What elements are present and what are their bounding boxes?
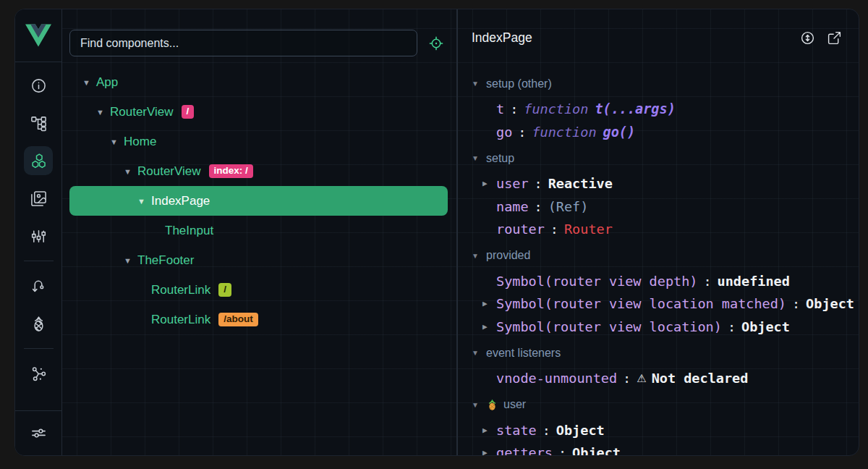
- tree-node-label: Home: [124, 135, 156, 149]
- tree-node-routerview[interactable]: ▼ RouterView /: [69, 97, 448, 127]
- sidebar-divider: [24, 348, 54, 349]
- tree-node-label: RouterLink: [151, 313, 210, 327]
- tree-node-routerview-nested[interactable]: ▼ RouterView index: /: [69, 156, 448, 186]
- section-header[interactable]: ▼ setup (other): [470, 72, 859, 96]
- search-row: [62, 9, 456, 62]
- caret-down-icon[interactable]: ▼: [470, 252, 480, 260]
- colon: :: [518, 124, 526, 140]
- caret-down-icon[interactable]: ▼: [470, 80, 480, 88]
- sidebar-item-info[interactable]: [24, 71, 53, 100]
- tree-node-label: App: [96, 75, 118, 90]
- scroll-to-component-icon: [800, 30, 815, 46]
- caret-down-icon[interactable]: ▼: [123, 256, 132, 265]
- state-key: go: [496, 124, 512, 140]
- inspect-target-button[interactable]: [427, 34, 446, 53]
- tree-node-home[interactable]: ▼ Home: [69, 127, 448, 156]
- state-value: undefined: [718, 274, 790, 289]
- state-key: Symbol(router view depth): [496, 274, 697, 289]
- state-value-signature: go(): [603, 124, 636, 140]
- state-row[interactable]: ▶ state : Object: [470, 419, 859, 442]
- state-row[interactable]: router : Router: [470, 218, 859, 241]
- scroll-to-component-button[interactable]: [797, 28, 817, 48]
- tree-node-label: RouterView: [110, 105, 174, 119]
- vue-logo-icon: [25, 24, 51, 47]
- vue-logo: [15, 9, 61, 62]
- state-row[interactable]: ▶ Symbol(router view location) : Object: [470, 316, 859, 339]
- colon: :: [542, 423, 550, 438]
- open-in-editor-icon: [827, 30, 842, 46]
- inspector-panel: IndexPage ▼ setup (other): [458, 9, 859, 455]
- tree-node-label: IndexPage: [151, 194, 210, 208]
- sidebar-divider: [24, 261, 54, 261]
- sidebar-item-router[interactable]: [24, 271, 53, 300]
- state-key: state: [496, 423, 537, 438]
- pinia-pineapple-icon: [30, 316, 47, 332]
- tree-node-app[interactable]: ▼ App: [69, 67, 448, 97]
- caret-down-icon[interactable]: ▼: [82, 78, 91, 87]
- sidebar-item-pinia[interactable]: [24, 309, 53, 338]
- caret-right-icon[interactable]: ▶: [482, 179, 496, 188]
- colon: :: [535, 199, 542, 214]
- section-header-label: provided: [486, 249, 530, 262]
- caret-right-icon[interactable]: ▶: [482, 426, 496, 435]
- state-value: Not declared: [652, 371, 749, 386]
- state-row[interactable]: go : function go(): [470, 121, 859, 144]
- caret-down-icon[interactable]: ▼: [95, 108, 105, 117]
- section-header[interactable]: ▼ provided: [470, 244, 859, 268]
- caret-down-icon[interactable]: ▼: [123, 167, 132, 176]
- pages-tree-icon: [30, 115, 47, 132]
- tree-node-theinput[interactable]: TheInput: [69, 216, 448, 245]
- state-row[interactable]: t : function t(...args): [470, 98, 859, 121]
- section-header[interactable]: ▼ user: [470, 393, 859, 417]
- caret-down-icon[interactable]: ▼: [109, 138, 119, 146]
- state-row[interactable]: Symbol(router view depth) : undefined: [470, 270, 859, 293]
- state-value: Object: [806, 296, 854, 311]
- sidebar-item-settings[interactable]: [15, 410, 61, 455]
- state-key: vnode-unmounted: [496, 371, 617, 386]
- state-row[interactable]: ▶ Symbol(router view location matched) :…: [470, 292, 859, 316]
- state-value: Object: [572, 445, 621, 455]
- info-icon: [30, 77, 47, 94]
- colon: :: [728, 319, 736, 334]
- search-input[interactable]: [69, 30, 417, 56]
- state-row[interactable]: ▶ user : Reactive: [470, 172, 859, 195]
- colon: :: [703, 274, 711, 289]
- sidebar-item-timeline[interactable]: [24, 221, 53, 250]
- section-header-label: setup (other): [486, 77, 552, 90]
- caret-right-icon[interactable]: ▶: [482, 299, 496, 308]
- state-key: user: [496, 176, 529, 191]
- timeline-sliders-icon: [30, 228, 47, 245]
- caret-right-icon[interactable]: ▶: [482, 322, 496, 331]
- caret-down-icon[interactable]: ▼: [470, 349, 480, 357]
- state-value-keyword: function: [532, 124, 596, 140]
- state-value: Reactive: [548, 176, 613, 191]
- state-row[interactable]: ▶ getters : Object: [470, 441, 859, 455]
- section-event-listeners: ▼ event listeners vnode-unmounted : ⚠ No…: [470, 341, 859, 390]
- sidebar-item-components[interactable]: [24, 146, 53, 175]
- sidebar-item-pages[interactable]: [24, 109, 53, 138]
- router-uturn-icon: [30, 278, 47, 295]
- state-value: (Ref): [548, 199, 589, 214]
- section-header-label: event listeners: [486, 347, 561, 360]
- tree-node-label: RouterLink: [151, 283, 210, 297]
- caret-down-icon[interactable]: ▼: [470, 154, 480, 162]
- caret-right-icon[interactable]: ▶: [482, 448, 496, 455]
- tree-node-thefooter[interactable]: ▼ TheFooter: [69, 245, 448, 275]
- state-row[interactable]: vnode-unmounted : ⚠ Not declared: [470, 367, 859, 390]
- colon: :: [550, 221, 558, 237]
- tree-node-routerlink-home[interactable]: RouterLink /: [69, 275, 448, 305]
- pinia-store-icon: [486, 399, 498, 411]
- sidebar: [15, 9, 62, 455]
- tree-node-indexpage-selected[interactable]: ▼ IndexPage: [69, 186, 448, 216]
- caret-down-icon[interactable]: ▼: [137, 197, 146, 206]
- sidebar-item-assets[interactable]: [24, 184, 53, 213]
- section-header[interactable]: ▼ setup: [470, 146, 859, 170]
- state-row[interactable]: name : (Ref): [470, 195, 859, 219]
- section-header[interactable]: ▼ event listeners: [470, 341, 859, 365]
- sidebar-item-graph[interactable]: [24, 359, 53, 388]
- section-header-label: setup: [486, 152, 514, 165]
- state-key: t: [496, 101, 504, 117]
- caret-down-icon[interactable]: ▼: [470, 401, 480, 409]
- open-in-editor-button[interactable]: [824, 28, 844, 48]
- tree-node-routerlink-about[interactable]: RouterLink /about: [69, 305, 448, 334]
